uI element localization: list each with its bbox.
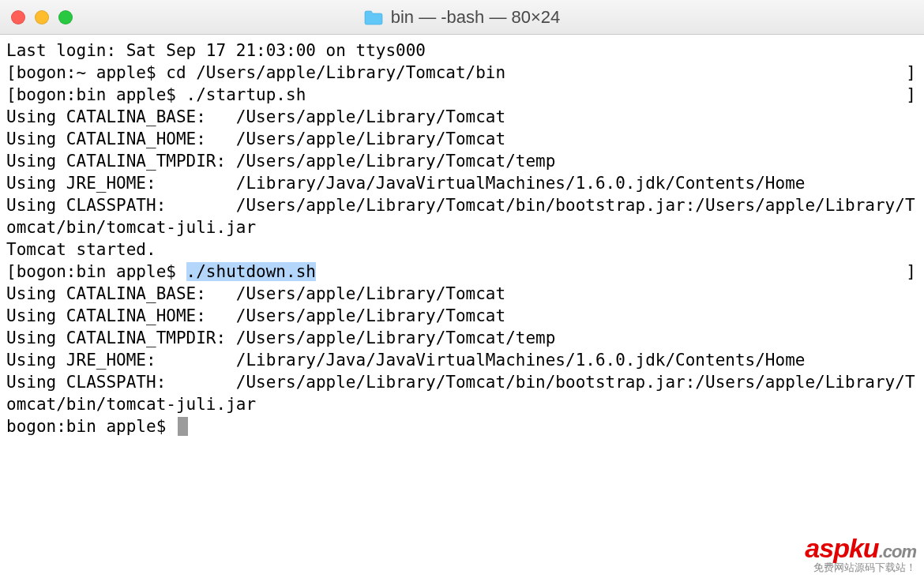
right-bracket: ] <box>906 261 916 283</box>
watermark-brand-mid: ku <box>849 533 879 563</box>
terminal-line: Using CATALINA_TMPDIR: /Users/apple/Libr… <box>6 327 918 349</box>
terminal-line: [bogon:~ apple$ cd /Users/apple/Library/… <box>6 62 918 84</box>
terminal-line: Last login: Sat Sep 17 21:03:00 on ttys0… <box>6 39 918 62</box>
right-bracket: ] <box>906 62 916 84</box>
window-title: bin — -bash — 80×24 <box>391 7 561 28</box>
terminal-line: [bogon:bin apple$ ./startup.sh] <box>6 84 918 106</box>
terminal-line: Using CATALINA_HOME: /Users/apple/Librar… <box>6 305 918 327</box>
terminal-line: Using CATALINA_HOME: /Users/apple/Librar… <box>6 128 918 150</box>
terminal-line: Using CATALINA_TMPDIR: /Users/apple/Libr… <box>6 150 918 172</box>
watermark-tagline: 免费网站源码下载站！ <box>805 561 916 575</box>
terminal-line: Using JRE_HOME: /Library/Java/JavaVirtua… <box>6 172 918 194</box>
terminal-line: bogon:bin apple$ <box>6 415 918 437</box>
terminal-line: Using JRE_HOME: /Library/Java/JavaVirtua… <box>6 349 918 371</box>
terminal-line: Using CLASSPATH: /Users/apple/Library/To… <box>6 371 918 415</box>
traffic-lights <box>11 10 73 24</box>
watermark-brand-prefix: asp <box>805 533 849 563</box>
watermark-brand: aspku.com <box>805 533 916 564</box>
highlighted-command: ./shutdown.sh <box>186 262 316 281</box>
terminal-output[interactable]: Last login: Sat Sep 17 21:03:00 on ttys0… <box>0 35 924 578</box>
terminal-prompt: bogon:bin apple$ <box>6 417 176 436</box>
maximize-button[interactable] <box>58 10 73 24</box>
watermark-brand-suffix: .com <box>879 542 916 561</box>
terminal-line: Using CATALINA_BASE: /Users/apple/Librar… <box>6 283 918 305</box>
right-bracket: ] <box>906 84 916 106</box>
terminal-line: [bogon:bin apple$ ./shutdown.sh] <box>6 261 918 283</box>
folder-icon <box>364 9 383 25</box>
close-button[interactable] <box>11 10 25 24</box>
window-title-group: bin — -bash — 80×24 <box>0 7 924 28</box>
minimize-button[interactable] <box>35 10 49 24</box>
window-titlebar: bin — -bash — 80×24 <box>0 0 924 35</box>
terminal-line: Using CLASSPATH: /Users/apple/Library/To… <box>6 194 918 238</box>
terminal-cursor <box>178 417 188 436</box>
watermark: aspku.com 免费网站源码下载站！ <box>805 533 916 575</box>
terminal-line: Using CATALINA_BASE: /Users/apple/Librar… <box>6 106 918 128</box>
terminal-line: Tomcat started. <box>6 238 918 261</box>
